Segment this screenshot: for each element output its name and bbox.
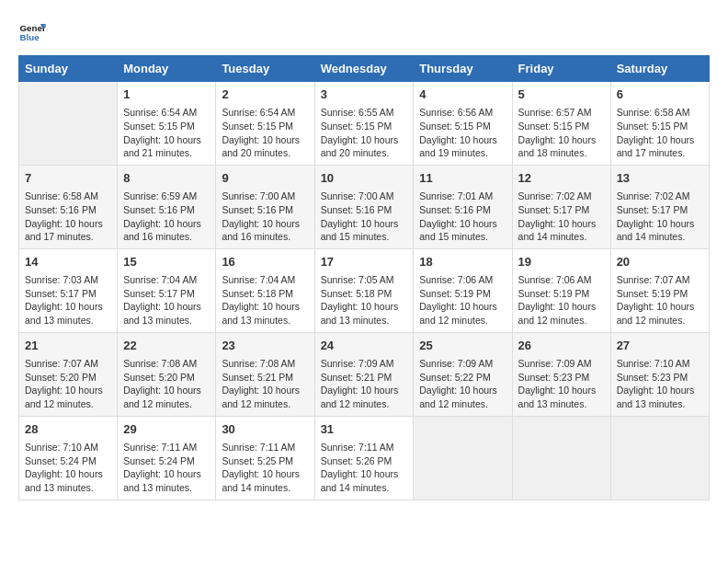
day-cell: 11Sunrise: 7:01 AMSunset: 5:16 PMDayligh… <box>414 165 512 248</box>
day-info: Sunrise: 6:59 AMSunset: 5:16 PMDaylight:… <box>123 190 210 244</box>
week-row-4: 21Sunrise: 7:07 AMSunset: 5:20 PMDayligh… <box>19 332 710 416</box>
day-info: Sunrise: 7:09 AMSunset: 5:23 PMDaylight:… <box>518 357 605 411</box>
day-info: Sunrise: 7:07 AMSunset: 5:20 PMDaylight:… <box>25 357 111 411</box>
day-cell: 12Sunrise: 7:02 AMSunset: 5:17 PMDayligh… <box>512 165 610 248</box>
day-info: Sunrise: 7:06 AMSunset: 5:19 PMDaylight:… <box>518 273 605 327</box>
day-info: Sunrise: 7:02 AMSunset: 5:17 PMDaylight:… <box>518 190 605 244</box>
day-info: Sunrise: 7:04 AMSunset: 5:17 PMDaylight:… <box>123 273 210 327</box>
header-tuesday: Tuesday <box>216 56 314 82</box>
day-cell: 10Sunrise: 7:00 AMSunset: 5:16 PMDayligh… <box>314 165 414 248</box>
day-number: 8 <box>123 170 210 187</box>
day-info: Sunrise: 7:04 AMSunset: 5:18 PMDaylight:… <box>222 273 308 327</box>
day-number: 16 <box>222 254 308 270</box>
day-info: Sunrise: 7:00 AMSunset: 5:16 PMDaylight:… <box>222 190 308 244</box>
day-info: Sunrise: 7:07 AMSunset: 5:19 PMDaylight:… <box>617 273 703 327</box>
week-row-3: 14Sunrise: 7:03 AMSunset: 5:17 PMDayligh… <box>19 248 710 332</box>
day-info: Sunrise: 7:10 AMSunset: 5:23 PMDaylight:… <box>617 357 703 411</box>
day-info: Sunrise: 6:57 AMSunset: 5:15 PMDaylight:… <box>518 106 605 160</box>
svg-text:Blue: Blue <box>20 32 40 42</box>
day-cell <box>414 416 512 500</box>
day-info: Sunrise: 7:01 AMSunset: 5:16 PMDaylight:… <box>419 190 506 244</box>
day-cell: 14Sunrise: 7:03 AMSunset: 5:17 PMDayligh… <box>19 248 118 332</box>
day-number: 19 <box>518 254 605 270</box>
day-number: 29 <box>123 421 210 438</box>
day-number: 11 <box>419 170 506 187</box>
header-friday: Friday <box>512 56 610 82</box>
day-number: 21 <box>25 338 111 354</box>
day-info: Sunrise: 7:08 AMSunset: 5:21 PMDaylight:… <box>222 357 308 411</box>
day-cell: 9Sunrise: 7:00 AMSunset: 5:16 PMDaylight… <box>216 165 314 248</box>
week-row-1: 1Sunrise: 6:54 AMSunset: 5:15 PMDaylight… <box>19 82 710 166</box>
day-info: Sunrise: 7:10 AMSunset: 5:24 PMDaylight:… <box>25 441 111 495</box>
day-cell: 2Sunrise: 6:54 AMSunset: 5:15 PMDaylight… <box>216 82 314 166</box>
day-number: 18 <box>419 254 506 270</box>
day-info: Sunrise: 7:08 AMSunset: 5:20 PMDaylight:… <box>123 357 210 411</box>
logo: General Blue <box>18 18 46 46</box>
day-cell: 26Sunrise: 7:09 AMSunset: 5:23 PMDayligh… <box>512 332 610 416</box>
day-cell: 31Sunrise: 7:11 AMSunset: 5:26 PMDayligh… <box>314 416 414 500</box>
day-cell <box>610 416 709 500</box>
header-saturday: Saturday <box>610 56 709 82</box>
day-number: 22 <box>123 338 210 354</box>
day-number: 12 <box>518 170 605 187</box>
day-number: 4 <box>419 86 506 103</box>
day-cell: 18Sunrise: 7:06 AMSunset: 5:19 PMDayligh… <box>414 248 512 332</box>
day-info: Sunrise: 6:58 AMSunset: 5:16 PMDaylight:… <box>25 190 111 244</box>
day-cell: 30Sunrise: 7:11 AMSunset: 5:25 PMDayligh… <box>216 416 314 500</box>
day-cell: 17Sunrise: 7:05 AMSunset: 5:18 PMDayligh… <box>314 248 414 332</box>
day-number: 14 <box>25 254 111 270</box>
day-cell: 5Sunrise: 6:57 AMSunset: 5:15 PMDaylight… <box>512 82 610 166</box>
day-info: Sunrise: 7:11 AMSunset: 5:24 PMDaylight:… <box>123 441 210 495</box>
header-row: SundayMondayTuesdayWednesdayThursdayFrid… <box>19 56 710 82</box>
week-row-5: 28Sunrise: 7:10 AMSunset: 5:24 PMDayligh… <box>19 416 710 500</box>
day-cell: 15Sunrise: 7:04 AMSunset: 5:17 PMDayligh… <box>118 248 216 332</box>
day-number: 25 <box>419 338 506 354</box>
day-number: 5 <box>518 86 605 103</box>
day-number: 31 <box>321 421 408 438</box>
header-thursday: Thursday <box>414 56 512 82</box>
day-info: Sunrise: 7:05 AMSunset: 5:18 PMDaylight:… <box>321 273 408 327</box>
day-cell: 29Sunrise: 7:11 AMSunset: 5:24 PMDayligh… <box>118 416 216 500</box>
day-info: Sunrise: 6:54 AMSunset: 5:15 PMDaylight:… <box>222 106 308 160</box>
day-number: 6 <box>617 86 703 103</box>
day-info: Sunrise: 7:09 AMSunset: 5:22 PMDaylight:… <box>419 357 506 411</box>
day-cell: 16Sunrise: 7:04 AMSunset: 5:18 PMDayligh… <box>216 248 314 332</box>
day-cell: 7Sunrise: 6:58 AMSunset: 5:16 PMDaylight… <box>19 165 118 248</box>
day-number: 2 <box>222 86 308 103</box>
day-cell: 23Sunrise: 7:08 AMSunset: 5:21 PMDayligh… <box>216 332 314 416</box>
day-info: Sunrise: 7:03 AMSunset: 5:17 PMDaylight:… <box>25 273 111 327</box>
day-number: 23 <box>222 338 308 354</box>
day-cell: 28Sunrise: 7:10 AMSunset: 5:24 PMDayligh… <box>19 416 118 500</box>
day-info: Sunrise: 6:56 AMSunset: 5:15 PMDaylight:… <box>419 106 506 160</box>
day-cell: 1Sunrise: 6:54 AMSunset: 5:15 PMDaylight… <box>118 82 216 166</box>
day-number: 28 <box>25 421 111 438</box>
day-number: 17 <box>321 254 408 270</box>
day-cell: 13Sunrise: 7:02 AMSunset: 5:17 PMDayligh… <box>610 165 709 248</box>
day-info: Sunrise: 7:06 AMSunset: 5:19 PMDaylight:… <box>419 273 506 327</box>
day-number: 3 <box>321 86 408 103</box>
day-number: 26 <box>518 338 605 354</box>
day-cell: 4Sunrise: 6:56 AMSunset: 5:15 PMDaylight… <box>414 82 512 166</box>
day-number: 13 <box>617 170 703 187</box>
day-cell: 25Sunrise: 7:09 AMSunset: 5:22 PMDayligh… <box>414 332 512 416</box>
day-info: Sunrise: 7:11 AMSunset: 5:25 PMDaylight:… <box>222 441 308 495</box>
day-info: Sunrise: 6:54 AMSunset: 5:15 PMDaylight:… <box>123 106 210 160</box>
header-sunday: Sunday <box>19 56 118 82</box>
logo-icon: General Blue <box>18 18 46 46</box>
day-cell: 19Sunrise: 7:06 AMSunset: 5:19 PMDayligh… <box>512 248 610 332</box>
week-row-2: 7Sunrise: 6:58 AMSunset: 5:16 PMDaylight… <box>19 165 710 248</box>
day-number: 7 <box>25 170 111 187</box>
day-number: 24 <box>321 338 408 354</box>
day-cell: 22Sunrise: 7:08 AMSunset: 5:20 PMDayligh… <box>118 332 216 416</box>
day-number: 10 <box>321 170 408 187</box>
day-info: Sunrise: 6:58 AMSunset: 5:15 PMDaylight:… <box>617 106 703 160</box>
day-cell: 20Sunrise: 7:07 AMSunset: 5:19 PMDayligh… <box>610 248 709 332</box>
day-cell: 24Sunrise: 7:09 AMSunset: 5:21 PMDayligh… <box>314 332 414 416</box>
day-cell <box>512 416 610 500</box>
day-number: 30 <box>222 421 308 438</box>
day-cell: 27Sunrise: 7:10 AMSunset: 5:23 PMDayligh… <box>610 332 709 416</box>
day-cell: 8Sunrise: 6:59 AMSunset: 5:16 PMDaylight… <box>118 165 216 248</box>
header-wednesday: Wednesday <box>314 56 414 82</box>
day-info: Sunrise: 7:11 AMSunset: 5:26 PMDaylight:… <box>321 441 408 495</box>
day-number: 20 <box>617 254 703 270</box>
